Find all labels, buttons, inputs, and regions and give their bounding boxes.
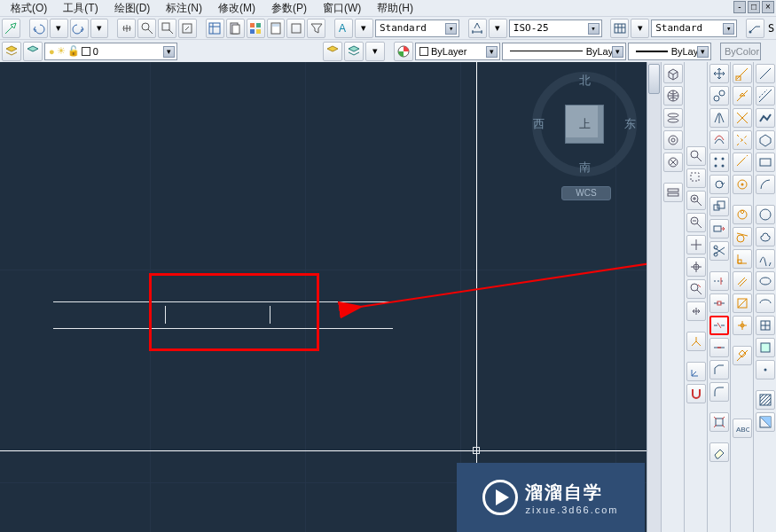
text-style-combo[interactable]: Standard▾ (375, 20, 459, 37)
osnap-none-button[interactable]: ABC (733, 419, 752, 438)
osnap-magnet-button[interactable] (686, 384, 706, 403)
xline-button[interactable] (756, 86, 775, 106)
text-panel-button[interactable]: A (334, 19, 353, 38)
menu-dimension[interactable]: 标注(N) (159, 1, 209, 16)
viewcube[interactable]: 北 南 西 东 上 (531, 71, 638, 177)
tool-palette-button[interactable] (247, 19, 265, 38)
dim-drop-button[interactable]: ▾ (489, 19, 507, 38)
table-style-combo[interactable]: Standard▾ (651, 20, 737, 37)
layer-combo[interactable]: ● ☀ 🔓 0 ▾ (44, 43, 177, 60)
osnap-nearest-button[interactable] (733, 346, 752, 365)
minimize-button[interactable]: ‐ (733, 1, 746, 13)
view-swivel-button[interactable] (663, 108, 683, 128)
undo-button[interactable] (29, 19, 48, 38)
break-button[interactable] (709, 316, 729, 335)
insert-block-button[interactable] (756, 316, 775, 335)
osnap-midpoint-button[interactable] (733, 86, 752, 106)
line-type-combo[interactable]: ByLayer ▾ (502, 43, 626, 60)
redo-button[interactable] (70, 19, 89, 38)
osnap-perp-button[interactable] (733, 249, 752, 269)
osnap-quad-button[interactable] (733, 205, 752, 224)
undo-drop-button[interactable]: ▾ (50, 19, 68, 38)
point-button[interactable] (756, 360, 775, 379)
make-block-button[interactable] (756, 338, 775, 357)
ucs-button[interactable] (686, 362, 706, 381)
gradient-button[interactable] (756, 412, 775, 432)
drawing-canvas[interactable]: 北 南 西 东 上 WCS 溜溜自学 zixue.3d66.com (0, 62, 661, 532)
zoom-window-2-button[interactable] (686, 168, 706, 188)
pan-button[interactable] (117, 19, 136, 38)
zoom-object-button[interactable] (686, 257, 706, 277)
properties-button[interactable] (206, 19, 224, 38)
qselect-button[interactable] (307, 19, 325, 38)
viewcube-west[interactable]: 西 (533, 116, 545, 132)
menu-parametric[interactable]: 参数(P) (264, 1, 314, 16)
copy-button[interactable] (709, 86, 729, 106)
layer-match-button[interactable] (23, 42, 43, 61)
zoom-in-button[interactable] (686, 279, 706, 299)
zoom-center-button[interactable] (686, 235, 706, 254)
zoom-button[interactable] (137, 19, 156, 38)
markup-button[interactable] (286, 19, 305, 38)
osnap-extension-button[interactable] (733, 153, 752, 172)
explode-button[interactable] (709, 412, 729, 432)
stretch-button[interactable] (709, 219, 729, 239)
join-button[interactable] (709, 338, 729, 357)
table-drop-button[interactable]: ▾ (631, 19, 649, 38)
trim-button[interactable] (709, 241, 729, 261)
menu-draw[interactable]: 绘图(D) (107, 1, 158, 16)
osnap-node-button[interactable] (733, 316, 752, 335)
menu-help[interactable]: 帮助(H) (370, 1, 420, 16)
zoom-dynamic-button[interactable] (686, 191, 706, 210)
osnap-parallel-button[interactable] (733, 271, 752, 291)
redo-drop-button[interactable]: ▾ (90, 19, 109, 38)
calc-button[interactable] (267, 19, 286, 38)
color-button[interactable] (394, 42, 413, 61)
chamfer-button[interactable] (709, 360, 729, 379)
pline-button[interactable] (756, 108, 775, 128)
dim-panel-button[interactable] (468, 19, 487, 38)
text-drop-button[interactable]: ▾ (355, 19, 373, 38)
vertical-scrollbar[interactable] (647, 62, 661, 532)
menu-modify[interactable]: 修改(M) (211, 1, 263, 16)
ellipse-button[interactable] (756, 271, 775, 291)
offset-button[interactable] (709, 130, 729, 150)
hatch-button[interactable] (756, 390, 775, 410)
zoom-realtime-button[interactable] (686, 146, 706, 166)
viewcube-east[interactable]: 东 (624, 116, 636, 132)
array-button[interactable] (709, 153, 729, 172)
zoom-prev-button[interactable] (178, 19, 197, 38)
erase-button[interactable] (709, 442, 729, 462)
layer-state-button[interactable] (323, 42, 342, 61)
wcs-button[interactable]: WCS (561, 186, 611, 200)
view-cube-button[interactable] (663, 64, 683, 83)
fillet-button[interactable] (709, 382, 729, 402)
mirror-button[interactable] (709, 108, 729, 128)
osnap-intersect-button[interactable] (733, 108, 752, 128)
maximize-button[interactable]: □ (748, 1, 760, 13)
scrollbar-thumb[interactable] (648, 64, 660, 94)
menu-format[interactable]: 格式(O) (4, 1, 54, 16)
match-prop-button[interactable] (2, 19, 20, 38)
dim-style-combo[interactable]: ISO-25▾ (509, 20, 602, 37)
close-button[interactable]: × (762, 1, 774, 13)
table-panel-button[interactable] (610, 19, 629, 38)
line-button[interactable] (756, 64, 775, 83)
osnap-fork-button[interactable] (686, 332, 706, 351)
extend-button[interactable] (709, 271, 729, 291)
line-color-combo[interactable]: ByLayer ▾ (415, 43, 500, 60)
scale-button[interactable] (709, 197, 729, 216)
pan-2-button[interactable] (686, 301, 706, 321)
zoom-scale-button[interactable] (686, 213, 706, 232)
menu-window[interactable]: 窗口(W) (316, 1, 368, 16)
menu-tools[interactable]: 工具(T) (56, 1, 105, 16)
circle-button[interactable] (756, 205, 775, 224)
ellipse-arc-button[interactable] (756, 293, 775, 313)
view-walk-button[interactable] (663, 153, 683, 172)
break-point-button[interactable] (709, 293, 729, 313)
view-orbit-button[interactable] (663, 130, 683, 150)
layer-props-button[interactable] (2, 42, 21, 61)
move-button[interactable] (709, 64, 729, 83)
layer-drop-button[interactable]: ▾ (365, 42, 385, 61)
osnap-appint-button[interactable] (733, 130, 752, 150)
